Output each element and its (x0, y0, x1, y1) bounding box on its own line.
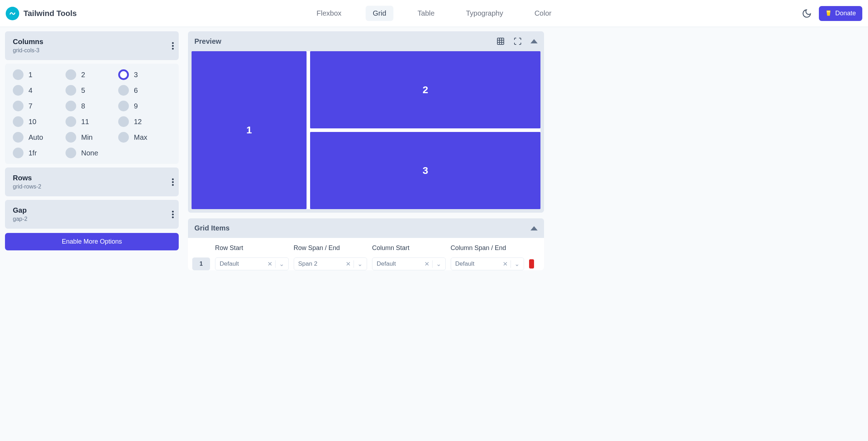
option-max[interactable]: Max (118, 132, 171, 143)
radio-icon (13, 85, 23, 96)
option-2[interactable]: 2 (66, 69, 118, 80)
radio-icon (118, 116, 129, 127)
col-start-select[interactable]: Default ✕ ⌄ (372, 257, 446, 270)
radio-selected-icon (118, 69, 129, 80)
radio-icon (118, 101, 129, 111)
enable-more-button[interactable]: Enable More Options (5, 233, 179, 250)
grid-icon (496, 37, 505, 46)
option-7[interactable]: 7 (13, 101, 66, 111)
header-col-span: Column Span / End (451, 244, 524, 252)
radio-icon (13, 69, 23, 80)
clear-icon[interactable]: ✕ (424, 260, 429, 268)
clear-icon[interactable]: ✕ (267, 260, 272, 268)
preview-cell-2: 2 (310, 51, 540, 128)
theme-toggle[interactable] (802, 9, 812, 18)
chevron-down-icon: ⌄ (275, 260, 284, 268)
option-auto[interactable]: Auto (13, 132, 66, 143)
brand-name[interactable]: Tailwind Tools (23, 9, 77, 18)
delete-item-button[interactable] (529, 259, 534, 269)
clear-icon[interactable]: ✕ (503, 260, 508, 268)
grid-items-panel: Grid Items Row Start Row Span / End Colu… (188, 218, 544, 270)
columns-panel: Columns grid-cols-3 (5, 31, 179, 60)
columns-options: 1 2 3 4 5 6 7 8 9 10 11 12 Auto Min Max … (5, 64, 179, 164)
svg-rect-0 (497, 38, 504, 44)
option-3[interactable]: 3 (118, 69, 171, 80)
nav-flexbox[interactable]: Flexbox (309, 6, 349, 21)
chevron-down-icon: ⌄ (432, 260, 441, 268)
main-column: Preview 1 2 3 (188, 31, 544, 270)
preview-panel: Preview 1 2 3 (188, 31, 544, 213)
preview-header: Preview (188, 31, 544, 51)
donate-button[interactable]: Donate (819, 6, 862, 21)
row-span-select[interactable]: Span 2 ✕ ⌄ (294, 257, 367, 270)
header-right: Donate (802, 6, 862, 21)
row-start-select[interactable]: Default ✕ ⌄ (215, 257, 289, 270)
option-5[interactable]: 5 (66, 85, 118, 96)
nav-typography[interactable]: Typography (459, 6, 511, 21)
col-span-select[interactable]: Default ✕ ⌄ (451, 257, 524, 270)
select-value: Span 2 (298, 260, 318, 267)
radio-icon (118, 85, 129, 96)
dots-icon (172, 178, 174, 180)
option-min[interactable]: Min (66, 132, 118, 143)
radio-icon (66, 132, 76, 143)
fullscreen-icon (513, 37, 522, 46)
select-value: Default (455, 260, 475, 267)
grid-view-button[interactable] (496, 37, 505, 46)
option-none[interactable]: None (66, 148, 118, 158)
columns-menu-button[interactable] (172, 42, 174, 49)
option-8[interactable]: 8 (66, 101, 118, 111)
collapse-grid-items-button[interactable] (530, 226, 538, 230)
option-1fr[interactable]: 1fr (13, 148, 66, 158)
select-value: Default (220, 260, 239, 267)
page-body: Columns grid-cols-3 1 2 3 4 5 6 7 8 9 10… (0, 27, 868, 275)
triangle-up-icon (530, 226, 538, 230)
option-11[interactable]: 11 (66, 116, 118, 127)
option-1[interactable]: 1 (13, 69, 66, 80)
nav-color[interactable]: Color (527, 6, 559, 21)
gap-title: Gap (13, 206, 171, 214)
clear-icon[interactable]: ✕ (346, 260, 351, 268)
nav-grid[interactable]: Grid (366, 6, 393, 21)
moon-icon (802, 9, 812, 18)
item-number: 1 (192, 257, 210, 270)
preview-actions (496, 37, 538, 46)
gap-panel: Gap gap-2 (5, 200, 179, 229)
radio-icon (13, 116, 23, 127)
radio-icon (66, 148, 76, 158)
chevron-down-icon: ⌄ (354, 260, 362, 268)
grid-items-header: Grid Items (188, 218, 544, 238)
option-12[interactable]: 12 (118, 116, 171, 127)
option-4[interactable]: 4 (13, 85, 66, 96)
collapse-preview-button[interactable] (530, 39, 538, 43)
preview-cell-3: 3 (310, 132, 540, 209)
header-row-span: Row Span / End (294, 244, 367, 252)
columns-title: Columns (13, 38, 171, 46)
nav-table[interactable]: Table (411, 6, 442, 21)
dots-icon (172, 42, 174, 44)
select-value: Default (377, 260, 396, 267)
chevron-down-icon: ⌄ (511, 260, 519, 268)
rows-menu-button[interactable] (172, 178, 174, 186)
columns-sub: grid-cols-3 (13, 47, 171, 54)
donate-label: Donate (835, 10, 856, 17)
radio-icon (66, 69, 76, 80)
header-row-start: Row Start (215, 244, 289, 252)
grid-items-actions (530, 226, 538, 230)
grid-items-column-headers: Row Start Row Span / End Column Start Co… (192, 242, 540, 257)
option-10[interactable]: 10 (13, 116, 66, 127)
dots-icon (172, 211, 174, 212)
header-col-start: Column Start (372, 244, 446, 252)
option-6[interactable]: 6 (118, 85, 171, 96)
rows-sub: grid-rows-2 (13, 184, 171, 190)
radio-icon (66, 116, 76, 127)
radio-icon (13, 132, 23, 143)
option-9[interactable]: 9 (118, 101, 171, 111)
logo-icon (6, 7, 19, 20)
gap-menu-button[interactable] (172, 211, 174, 218)
fullscreen-button[interactable] (513, 37, 522, 46)
radio-icon (66, 101, 76, 111)
grid-items-body: Row Start Row Span / End Column Start Co… (188, 238, 544, 270)
cup-icon (825, 10, 832, 17)
radio-icon (118, 132, 129, 143)
